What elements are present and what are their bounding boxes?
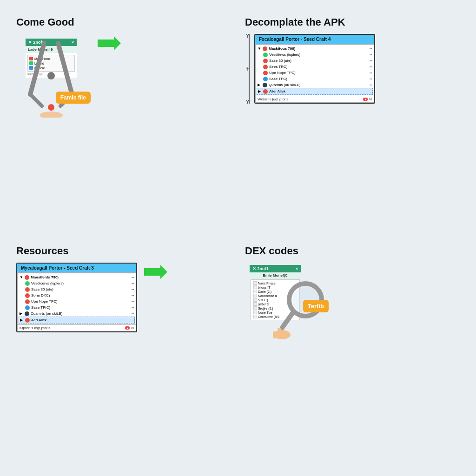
quadrant-dex-codes: DEX codes ✕ 2nof1 × Emle-Monef|C NancIFn… bbox=[238, 238, 467, 467]
q2-footer-badge: ● bbox=[363, 98, 368, 101]
quadrant-resources: Resources Mycaloagall Portor - Seed Craf… bbox=[9, 238, 238, 467]
q3-badge-5: ▪▪ bbox=[132, 306, 134, 309]
q3-label-6: Cuamrts (on skiLE) bbox=[31, 311, 62, 316]
q3-icon-4 bbox=[25, 299, 30, 304]
q3-label-7: Aed Aliek bbox=[31, 318, 46, 322]
q3-icon-0 bbox=[25, 275, 29, 280]
q3-tree-item-0: ▼ Mansifents 790) ▪▪ bbox=[19, 274, 135, 280]
q2-title: Decomplate the APK bbox=[245, 16, 345, 28]
q3-tree-item-1: Vesdicervs (luplers) ▪▪ bbox=[19, 280, 135, 286]
q2-tree-item-2: Sase 30 (ufe) ▪▪ bbox=[257, 58, 373, 64]
svg-marker-7 bbox=[98, 36, 121, 50]
magnifier-illustration: ✕ 2nof1 × Emle-Monef|C NancIFnuse biious… bbox=[245, 263, 329, 356]
q3-icon-3 bbox=[25, 293, 30, 298]
badge-6: ▪▪ bbox=[370, 83, 372, 86]
q3-badge-4: ▪▪ bbox=[132, 300, 134, 303]
svg-line-0 bbox=[30, 43, 44, 94]
q3-badge-3: ▪▪ bbox=[132, 294, 134, 297]
label-5: Sase TPC) bbox=[269, 77, 287, 81]
icon-6 bbox=[263, 83, 267, 87]
q3-label-4: Upe Nope TPC) bbox=[31, 299, 58, 304]
quadrant-decomplate: Decomplate the APK Y Y + Fxcaloagall Por… bbox=[238, 9, 467, 238]
q3-badge-1: ▪▪ bbox=[132, 282, 134, 285]
svg-line-1 bbox=[58, 43, 72, 94]
y-axis-top: Y bbox=[246, 33, 249, 39]
expand-0: ▼ bbox=[258, 46, 261, 51]
q2-tree-item-0: ▼ Mackifous 700) ▪▪ bbox=[257, 46, 373, 52]
q3-badge-6: ▪▪ bbox=[132, 312, 134, 315]
q3-icon-7 bbox=[25, 318, 30, 323]
q3-title: Resources bbox=[16, 245, 69, 257]
icon-5 bbox=[263, 77, 268, 81]
svg-line-11 bbox=[282, 311, 294, 328]
q1-arrow bbox=[95, 34, 123, 53]
q3-label-3: Sone DXC) bbox=[31, 293, 50, 298]
q2-tree-item-6: ▶ Quarmis (ou skiLE) ▪▪ bbox=[257, 82, 373, 88]
q3-tree-item-7: ▶ Aed Aliek bbox=[19, 317, 135, 324]
q3-tree-item-5: Sase TPIC) ▪▪ bbox=[19, 304, 135, 311]
badge-2: ▪▪ bbox=[370, 59, 372, 62]
q3-apk-titlebar: Mycaloagall Portor - Seed Craft 3 bbox=[17, 264, 136, 273]
label-6: Quarmis (ou skiLE) bbox=[269, 83, 300, 87]
icon-2 bbox=[263, 59, 268, 63]
q2-apk-panel: Fxcaloagall Portor - Seed Craft 4 ▼ Mack… bbox=[254, 34, 375, 104]
label-4: Upe Nope TPC) bbox=[269, 71, 296, 75]
icon-7 bbox=[263, 89, 268, 94]
q3-expand-0: ▼ bbox=[20, 275, 23, 279]
label-0: Mackifous 700) bbox=[269, 46, 295, 51]
q1-badge: Famie file bbox=[56, 92, 91, 104]
q3-icon-5 bbox=[25, 305, 30, 310]
svg-rect-15 bbox=[282, 331, 286, 338]
q2-tree-list: ▼ Mackifous 700) ▪▪ Vesdifews (luplers) … bbox=[255, 44, 374, 96]
q3-badge-2: ▪▪ bbox=[132, 288, 134, 291]
icon-4 bbox=[263, 71, 268, 75]
q3-label-5: Sase TPIC) bbox=[31, 305, 50, 310]
label-7: Alier Aliek bbox=[269, 89, 285, 93]
svg-line-3 bbox=[30, 94, 42, 106]
svg-rect-14 bbox=[273, 331, 277, 338]
q2-tree-item-3: Sees TRC) ▪▪ bbox=[257, 64, 373, 70]
badge-3: ▪▪ bbox=[370, 65, 372, 68]
pliers-illustration: ✕ 2nof1 × Lade-Monell 9 MansHicas Lacatd bbox=[16, 34, 91, 118]
svg-rect-13 bbox=[278, 328, 281, 337]
svg-point-2 bbox=[47, 72, 55, 79]
y-axis-bottom: Y bbox=[246, 99, 249, 105]
q3-badge-0: ▪▪ bbox=[132, 276, 134, 279]
q1-title: Come Good bbox=[16, 16, 74, 28]
icon-0 bbox=[263, 46, 267, 51]
q3-footer-badge: ● bbox=[125, 326, 130, 330]
q3-label-1: Vesdicervs (luplers) bbox=[31, 281, 64, 285]
q2-footer-text: Worams jegt ptorls bbox=[258, 97, 289, 101]
q3-tree-list: ▼ Mansifents 790) ▪▪ Vesdicervs (luplers… bbox=[17, 273, 136, 325]
q3-arrow bbox=[142, 263, 170, 281]
q2-tree-footer: Worams jegt ptorls ● N bbox=[255, 96, 374, 103]
q3-tree-footer: lUpranis legt ptorls ● N bbox=[17, 325, 136, 331]
q3-icon-6 bbox=[25, 311, 29, 316]
q3-tree-item-2: Sase 30 (nfe) ▪▪ bbox=[19, 286, 135, 292]
q3-tree-item-6: ▶ Cuamrts (on skiLE) ▪▪ bbox=[19, 311, 135, 317]
q3-icon-2 bbox=[25, 287, 30, 292]
svg-point-6 bbox=[40, 112, 63, 118]
q2-tree-item-5: Sase TPC) ▪▪ bbox=[257, 76, 373, 82]
q4-badge: Terfib bbox=[303, 300, 329, 312]
q3-apk-panel: Mycaloagall Portor - Seed Craft 3 ▼ Mans… bbox=[16, 263, 137, 332]
q3-label-0: Mansifents 790) bbox=[31, 275, 59, 279]
icon-1 bbox=[263, 53, 268, 57]
badge-0: ▪▪ bbox=[370, 47, 372, 50]
icon-3 bbox=[263, 65, 268, 69]
label-3: Sees TRC) bbox=[269, 65, 287, 69]
q2-tree-item-1: Vesdifews (luplers) ▪▪ bbox=[257, 52, 373, 58]
q3-icon-1 bbox=[25, 281, 30, 286]
badge-1: ▪▪ bbox=[370, 53, 372, 56]
label-2: Sase 30 (ufe) bbox=[269, 59, 291, 63]
q3-tree-item-4: Upe Nope TPC) ▪▪ bbox=[19, 298, 135, 304]
label-1: Vesdifews (luplers) bbox=[269, 53, 300, 57]
q3-expand-7: ▶ bbox=[20, 318, 24, 322]
q3-tree-item-3: Sone DXC) ▪▪ bbox=[19, 292, 135, 298]
q4-title: DEX codes bbox=[245, 245, 298, 257]
q2-footer-n: N bbox=[369, 97, 372, 101]
q3-footer-text: lUpranis legt ptorls bbox=[20, 326, 50, 330]
q3-label-2: Sase 30 (nfe) bbox=[31, 287, 53, 291]
q3-expand-6: ▶ bbox=[20, 311, 23, 316]
q3-footer-n: N bbox=[131, 326, 134, 330]
